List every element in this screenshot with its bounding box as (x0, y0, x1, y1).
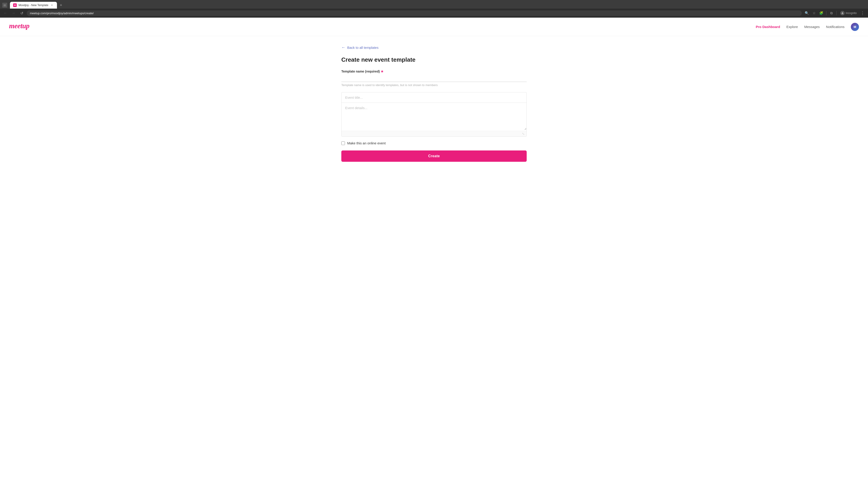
search-button[interactable]: 🔍 (804, 10, 810, 16)
nav-messages[interactable]: Messages (804, 25, 819, 29)
extensions-icon: 🧩 (819, 11, 824, 15)
toolbar-divider (826, 11, 827, 15)
create-button[interactable]: Create (341, 151, 527, 162)
user-avatar[interactable]: M (851, 23, 859, 31)
browser-toolbar: ← → ↺ 🔍 ☆ 🧩 ⧉ (0, 8, 868, 18)
active-tab[interactable]: M Moodjoy - New Template × (10, 2, 57, 8)
resize-icon: ⤡ (522, 132, 525, 135)
required-indicator: ★ (381, 70, 383, 73)
back-icon: ← (4, 11, 7, 15)
forward-icon: → (12, 11, 16, 15)
incognito-button[interactable]: Incognito (838, 10, 859, 16)
tab-list-button[interactable] (2, 3, 7, 8)
new-tab-button[interactable]: + (58, 2, 64, 8)
event-title-input[interactable] (342, 92, 526, 103)
page-content: ← Back to all templates Create new event… (337, 36, 531, 175)
bookmark-button[interactable]: ☆ (811, 10, 817, 16)
reload-icon: ↺ (20, 11, 23, 15)
back-arrow-icon: ← (341, 45, 345, 50)
more-icon: ⋮ (861, 11, 865, 15)
page-title: Create new event template (341, 56, 527, 63)
address-bar[interactable] (27, 10, 802, 16)
back-button[interactable]: ← (2, 10, 8, 16)
more-options-button[interactable]: ⋮ (860, 10, 866, 16)
online-event-row: Make this an online event (341, 141, 527, 145)
window-icon: ⧉ (830, 11, 833, 15)
extensions-button[interactable]: 🧩 (818, 10, 825, 16)
svg-text:meetup: meetup (9, 22, 29, 30)
incognito-icon (840, 11, 845, 15)
incognito-label: Incognito (846, 11, 857, 15)
main-nav: Pro Dashboard Explore Messages Notificat… (756, 23, 859, 31)
back-to-templates-link[interactable]: ← Back to all templates (341, 45, 527, 50)
tab-close-button[interactable]: × (50, 3, 54, 7)
forward-button[interactable]: → (10, 10, 17, 16)
reload-button[interactable]: ↺ (19, 10, 25, 16)
toolbar-icons: 🔍 ☆ 🧩 ⧉ Incognito ⋮ (804, 10, 866, 16)
nav-pro-dashboard[interactable]: Pro Dashboard (756, 25, 780, 29)
meetup-logo[interactable]: meetup (9, 21, 36, 32)
window-mode-button[interactable]: ⧉ (828, 10, 835, 16)
nav-explore[interactable]: Explore (786, 25, 798, 29)
template-name-label: Template name (required) ★ (341, 70, 527, 73)
window-controls (2, 3, 7, 8)
online-event-label[interactable]: Make this an online event (347, 141, 385, 145)
site-header: meetup Pro Dashboard Explore Messages No… (0, 18, 868, 36)
page-wrapper: meetup Pro Dashboard Explore Messages No… (0, 18, 868, 175)
event-form-section: ⤡ (341, 92, 527, 137)
star-icon: ☆ (813, 11, 815, 15)
back-link-label: Back to all templates (347, 46, 378, 50)
online-event-checkbox[interactable] (341, 141, 345, 145)
nav-notifications[interactable]: Notifications (826, 25, 844, 29)
textarea-resize-handle: ⤡ (342, 131, 526, 136)
tab-favicon-icon: M (13, 3, 17, 7)
browser-tab-bar: M Moodjoy - New Template × + (0, 0, 868, 8)
template-name-field: Template name (required) ★ Template name… (341, 70, 527, 87)
template-name-helper: Template name is used to identify templa… (341, 84, 527, 87)
event-details-textarea[interactable] (342, 103, 526, 130)
template-name-input[interactable] (341, 74, 527, 82)
tab-title: Moodjoy - New Template (19, 4, 49, 7)
toolbar-divider-2 (836, 11, 837, 15)
browser-chrome: M Moodjoy - New Template × + ← → ↺ 🔍 ☆ 🧩 (0, 0, 868, 18)
search-icon: 🔍 (805, 11, 809, 15)
